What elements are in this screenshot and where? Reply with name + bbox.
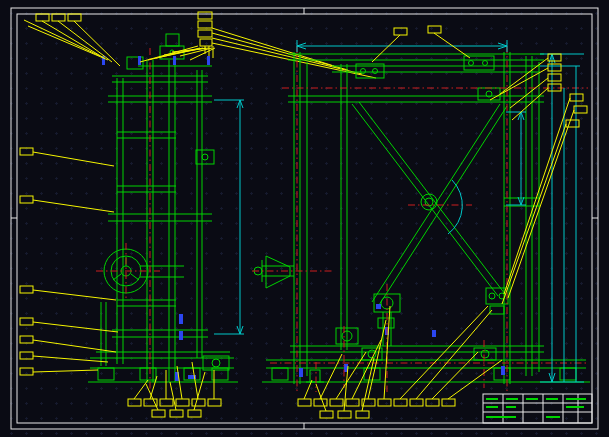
cad-viewport[interactable] [0,0,609,437]
title-block [483,394,592,423]
right-view [252,46,590,392]
dimension-lines [297,40,584,382]
cad-drawing [0,0,609,437]
left-view [88,34,244,392]
